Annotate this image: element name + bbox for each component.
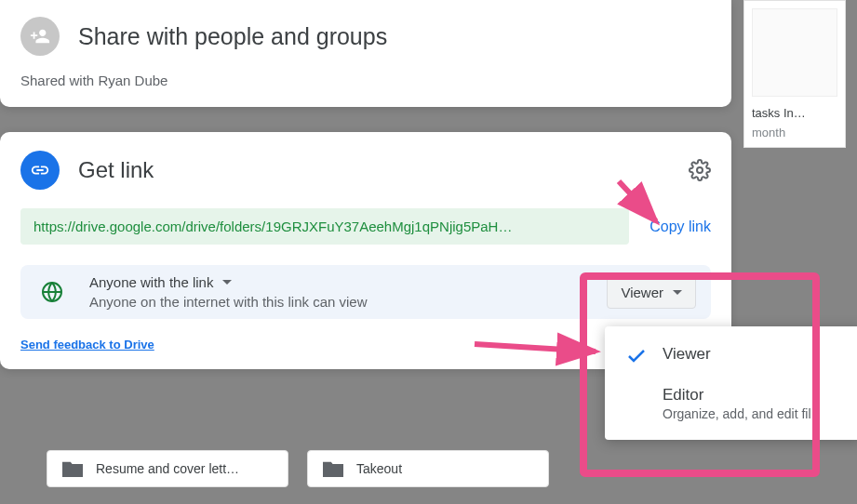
globe-icon xyxy=(35,275,69,309)
folder-icon xyxy=(323,460,343,477)
folder-icon xyxy=(62,460,83,477)
access-scope-label: Anyone with the link xyxy=(89,274,213,290)
svg-point-0 xyxy=(697,167,703,173)
background-file-card: tasks In… month xyxy=(743,0,846,148)
folder-item[interactable]: Takeout xyxy=(307,450,549,487)
role-label: Viewer xyxy=(621,285,663,300)
dropdown-option-viewer[interactable]: Viewer xyxy=(605,336,857,377)
file-subtitle: month xyxy=(752,126,837,139)
share-panel: Share with people and groups Shared with… xyxy=(0,0,731,107)
access-scope-button[interactable]: Anyone with the link xyxy=(89,274,586,290)
share-url[interactable]: https://drive.google.com/drive/folders/1… xyxy=(20,208,629,245)
people-icon xyxy=(20,17,60,56)
folder-label: Takeout xyxy=(356,461,402,476)
gear-icon[interactable] xyxy=(689,159,711,181)
check-icon xyxy=(625,345,648,367)
role-button[interactable]: Viewer xyxy=(607,276,696,309)
chevron-down-icon xyxy=(673,290,682,295)
folder-item[interactable]: Resume and cover lett… xyxy=(47,450,288,487)
option-label: Editor xyxy=(663,386,811,405)
chevron-down-icon xyxy=(222,280,232,285)
thumbnail xyxy=(752,8,837,97)
copy-link-button[interactable]: Copy link xyxy=(649,219,711,235)
share-title: Share with people and groups xyxy=(78,23,387,50)
option-description: Organize, add, and edit fil xyxy=(663,406,811,421)
link-icon xyxy=(20,151,60,190)
feedback-link[interactable]: Send feedback to Drive xyxy=(20,338,154,351)
check-placeholder xyxy=(625,386,648,408)
dropdown-option-editor[interactable]: Editor Organize, add, and edit fil xyxy=(605,377,857,431)
access-scope-description: Anyone on the internet with this link ca… xyxy=(89,294,586,310)
file-title: tasks In… xyxy=(752,106,837,120)
access-row: Anyone with the link Anyone on the inter… xyxy=(20,265,711,319)
folder-label: Resume and cover lett… xyxy=(96,461,239,476)
role-dropdown: Viewer Editor Organize, add, and edit fi… xyxy=(605,326,857,440)
get-link-title: Get link xyxy=(78,157,154,183)
option-label: Viewer xyxy=(663,345,711,364)
share-subtitle: Shared with Ryan Dube xyxy=(20,73,711,88)
